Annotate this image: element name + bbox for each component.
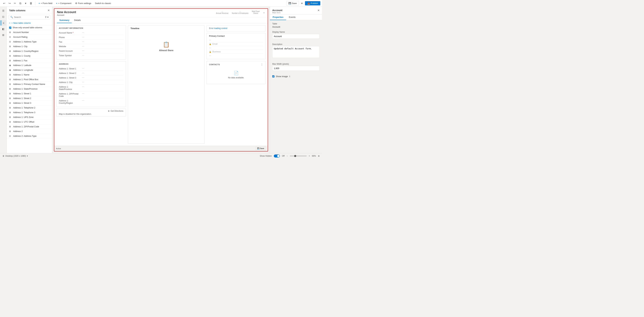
list-item[interactable]: ⊞Address 1: Street 2	[7, 96, 52, 101]
list-item[interactable]: ⊞Address 1: City	[7, 44, 52, 49]
filter-dropdown-icon[interactable]: ▾	[47, 16, 48, 18]
list-item[interactable]: ⊞Address 1: Fax	[7, 58, 52, 63]
col-type-icon: ⊞	[9, 116, 12, 118]
form-settings-button[interactable]: ⚙ Form settings	[74, 1, 93, 5]
tab-details[interactable]: Details	[72, 17, 83, 23]
switch-classic-button[interactable]: Switch to classic	[93, 1, 112, 5]
form-canvas[interactable]: New Account Account ··· Annual Revenue ·…	[54, 8, 268, 151]
error-section[interactable]: Error loading control	[206, 25, 266, 31]
directions-icon: ⊕	[108, 110, 110, 112]
list-item[interactable]: ⊞Address 2	[7, 129, 52, 134]
col-type-icon: ◉	[9, 69, 12, 71]
list-item[interactable]: ⊞Address 1: UTC Offset	[7, 120, 52, 124]
copy-button[interactable]: ⧉	[18, 1, 22, 6]
zoom-reset-icon[interactable]: ⊕	[318, 155, 320, 157]
form-header-top: New Account Account ··· Annual Revenue ·…	[57, 10, 265, 16]
paste-dropdown-button[interactable]: ▾	[23, 1, 28, 6]
form-field-label: + Form field	[41, 2, 52, 4]
right-panel-close-button[interactable]: ✕	[318, 9, 320, 12]
col-name: Address 1: Longitude	[13, 69, 33, 71]
tab-properties[interactable]: Properties	[270, 14, 286, 20]
form-settings-label: Form settings	[78, 2, 91, 4]
header-field-owner[interactable]: Matt Peart Owner	[252, 10, 260, 14]
address-fields: Address 1: Street 1---Address 1: Street …	[59, 66, 124, 105]
form-field-button[interactable]: + + Form field	[37, 1, 54, 5]
list-item[interactable]: ⊟Address 2: Address Type	[7, 134, 52, 138]
no-data-icon: 📄	[234, 71, 239, 75]
form-field-row: Address 1: City---	[59, 80, 124, 84]
list-item[interactable]: ⊞Address 1: Street 3	[7, 101, 52, 105]
list-item[interactable]: ⊟Address 1: Address Type	[7, 39, 52, 44]
filter-icon[interactable]: ⊽	[45, 16, 47, 18]
zoom-plus-icon[interactable]: +	[309, 155, 310, 157]
col-name: Address 1: Primary Contact Name	[13, 83, 45, 85]
col-type-icon: ⊞	[9, 78, 12, 81]
component-label: + Component	[58, 2, 71, 4]
new-table-column-button[interactable]: + + New table column	[7, 21, 52, 25]
col-type-icon: ⊞	[9, 59, 12, 62]
max-width-input[interactable]	[272, 66, 320, 71]
no-data: 📄 No data available.	[209, 67, 263, 82]
sidebar-close-button[interactable]: ✕	[48, 9, 50, 12]
list-item[interactable]: ⊞Address 1: Name	[7, 72, 52, 77]
list-item[interactable]: ⊞Address 1: Primary Contact Name	[7, 82, 52, 87]
zoom-slider[interactable]	[290, 156, 307, 156]
zoom-minus-icon[interactable]: −	[286, 155, 288, 157]
sidebar-icon-layers[interactable]: ◧	[1, 26, 6, 32]
sidebar-icon-settings[interactable]: ⊞	[1, 32, 6, 38]
list-item[interactable]: ⊟Account Rating	[7, 35, 52, 39]
delete-button[interactable]: 🗑	[29, 1, 34, 6]
account-info-title: ACCOUNT INFORMATION	[59, 27, 124, 29]
search-input[interactable]	[14, 16, 44, 18]
list-item[interactable]: ⊞Address 1: UPS Zone	[7, 115, 52, 120]
left-sidebar: Table columns ✕ 🔍 ⊽ ▾ + + New table colu…	[7, 7, 52, 153]
show-image-checkbox[interactable]	[272, 75, 274, 77]
toolbar-left: ↩ ↪ ✂ ⧉ ▾ 🗑	[2, 1, 34, 6]
tab-events[interactable]: Events	[286, 14, 298, 20]
footer-save-button[interactable]: 💾 Save	[255, 147, 266, 150]
field-value: ---	[82, 81, 124, 83]
show-unused-checkbox[interactable]	[9, 27, 11, 29]
desktop-label: Desktop (1920 x 1080)	[6, 155, 26, 157]
contacts-menu-button[interactable]: ⋮	[260, 63, 263, 66]
show-hidden-toggle[interactable]	[274, 154, 280, 157]
list-item[interactable]: ⊞Address 1: ZIP/Postal Code	[7, 124, 52, 129]
sidebar-icon-columns[interactable]: ≡	[1, 20, 6, 25]
list-item[interactable]: ⊞Address 1: Country/Region	[7, 49, 52, 53]
right-panel-header: Account Main form ✕	[270, 7, 322, 14]
sidebar-icon-components[interactable]: ⊡	[1, 14, 6, 19]
get-directions-button[interactable]: ⊕ Get Directions	[59, 110, 124, 112]
save-button[interactable]: 💾 Save	[286, 1, 299, 5]
col-name: Address 2: Address Type	[13, 135, 36, 137]
list-item[interactable]: ⊞Account Number	[7, 30, 52, 35]
email-value-dots: ---	[209, 47, 211, 49]
list-item[interactable]: ⊞Address 1: Telephone 2	[7, 105, 52, 110]
list-item[interactable]: ◉Address 1: Latitude	[7, 63, 52, 68]
tab-summary[interactable]: Summary	[57, 17, 72, 23]
business-value-dots: ---	[209, 54, 211, 57]
footer-save-icon: 💾	[257, 147, 260, 149]
cut-button[interactable]: ✂	[12, 1, 17, 6]
desktop-dropdown-icon[interactable]: ▾	[27, 155, 28, 157]
show-unused-label: Show only unused table columns	[13, 26, 42, 29]
form-col-left: ACCOUNT INFORMATION Account Name *---Pho…	[56, 25, 126, 144]
right-panel-tabs: Properties Events	[270, 14, 322, 20]
description-textarea[interactable]: Updated default Account form.	[272, 46, 320, 58]
show-image-label: Show image	[276, 75, 288, 78]
list-item[interactable]: ◉Address 1: Longitude	[7, 68, 52, 72]
display-name-input[interactable]	[272, 34, 320, 39]
component-button[interactable]: + + Component	[54, 1, 73, 5]
header-expand-button[interactable]: ⌄	[263, 11, 265, 14]
redo-button[interactable]: ↪	[7, 1, 12, 6]
col-type-icon: ⊞	[9, 73, 12, 76]
list-item[interactable]: ⊞Address 1: Telephone 3	[7, 110, 52, 115]
publish-button[interactable]: 📤 Publish	[305, 1, 320, 5]
field-label: Phone	[59, 36, 81, 38]
save-dropdown-button[interactable]: ▾	[300, 1, 304, 6]
undo-button[interactable]: ↩	[2, 1, 6, 6]
list-item[interactable]: ⊞Address 1: Street 1	[7, 91, 52, 96]
list-item[interactable]: ⊞Address 1: State/Province	[7, 87, 52, 91]
sidebar-icon-menu[interactable]: ☰	[1, 8, 6, 13]
list-item[interactable]: ⊞Address 1: Post Office Box	[7, 77, 52, 82]
list-item[interactable]: ⊞Address 1: County	[7, 53, 52, 58]
